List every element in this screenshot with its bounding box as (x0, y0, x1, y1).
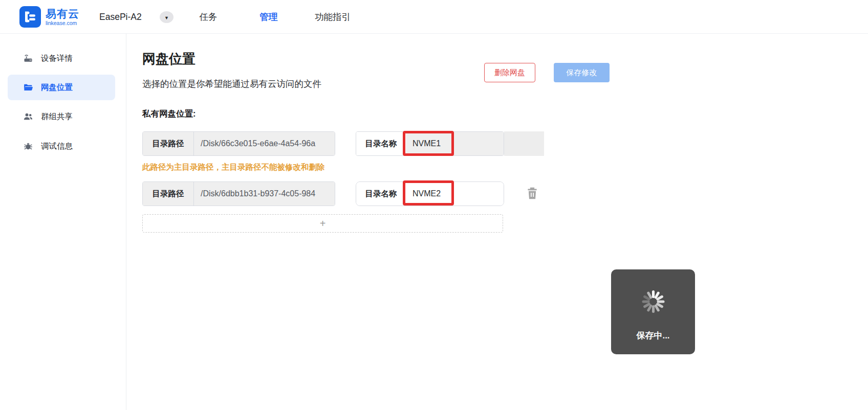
tab-tasks[interactable]: 任务 (193, 0, 223, 34)
folder-icon (23, 82, 33, 93)
add-disk-button[interactable]: + (142, 214, 503, 233)
sidebar-item-label: 网盘位置 (41, 82, 73, 93)
disk-path-value-2: /Disk/6dbb1b31-b937-4c05-984 (194, 182, 335, 206)
disk-name-input-2[interactable] (406, 182, 504, 206)
sidebar-item-debug-info[interactable]: 调试信息 (8, 133, 115, 159)
disk-name-group-2: 目录名称 (356, 181, 504, 206)
disk-name-input-1 (406, 132, 504, 155)
disabled-input-overflow (504, 131, 544, 156)
brand-logo-link[interactable]: 易有云 linkease.com (19, 6, 79, 28)
sidebar-item-label: 调试信息 (41, 141, 73, 152)
spinner-icon (638, 287, 668, 316)
disk-path-group-2: 目录路径 /Disk/6dbb1b31-b937-4c05-984 (142, 181, 335, 206)
path-field-label: 目录路径 (143, 182, 194, 206)
top-navbar: 易有云 linkease.com EasePi-A2 ▼ 任务 管理 功能指引 (0, 0, 868, 34)
sidebar-item-group-share[interactable]: 群组共享 (8, 104, 115, 129)
disk-name-field-2-wrap (406, 182, 504, 206)
sidebar-item-device-details[interactable]: 设备详情 (8, 45, 115, 71)
saving-text: 保存中... (636, 330, 669, 341)
delete-row-button[interactable] (522, 184, 542, 204)
save-changes-button[interactable]: 保存修改 (554, 63, 610, 82)
device-selector-dropdown[interactable]: ▼ (160, 11, 173, 23)
users-icon (23, 111, 33, 122)
tab-guide[interactable]: 功能指引 (306, 0, 359, 34)
disk-name-field-1-wrap (406, 132, 504, 155)
trash-icon (526, 186, 539, 202)
app-window: 易有云 linkease.com EasePi-A2 ▼ 任务 管理 功能指引 … (0, 0, 868, 410)
device-selector-label: EasePi-A2 (99, 0, 142, 34)
bug-icon (23, 141, 33, 151)
brand-domain: linkease.com (46, 20, 79, 26)
path-field-label: 目录路径 (143, 132, 194, 155)
brand-logo-icon (19, 6, 41, 28)
sidebar-item-disk-location[interactable]: 网盘位置 (8, 75, 115, 100)
page-title: 网盘位置 (142, 50, 196, 68)
sidebar: 设备详情 网盘位置 群组共享 (0, 34, 126, 410)
chevron-down-icon: ▼ (164, 15, 169, 20)
disk-path-group-1: 目录路径 /Disk/66c3e015-e6ae-4a54-96a (142, 131, 335, 156)
tab-manage[interactable]: 管理 (254, 0, 284, 34)
disk-name-group-1: 目录名称 (356, 131, 504, 156)
logo-e-glyph (24, 10, 37, 24)
delete-disk-button[interactable]: 删除网盘 (484, 63, 535, 82)
name-field-label: 目录名称 (356, 182, 406, 206)
private-disk-section-label: 私有网盘位置: (142, 108, 196, 120)
sidebar-item-label: 设备详情 (41, 53, 73, 64)
brand-name: 易有云 (46, 8, 79, 19)
sidebar-item-label: 群组共享 (41, 111, 73, 122)
saving-overlay: 保存中... (611, 269, 695, 354)
name-field-label: 目录名称 (356, 132, 406, 155)
disk-path-value-1: /Disk/66c3e015-e6ae-4a54-96a (194, 132, 335, 155)
primary-path-warning: 此路径为主目录路径，主目录路径不能被修改和删除 (142, 162, 325, 173)
device-icon (23, 53, 33, 63)
brand-text: 易有云 linkease.com (46, 8, 79, 26)
page-subtitle: 选择的位置是你希望能通过易有云访问的文件 (142, 78, 321, 90)
